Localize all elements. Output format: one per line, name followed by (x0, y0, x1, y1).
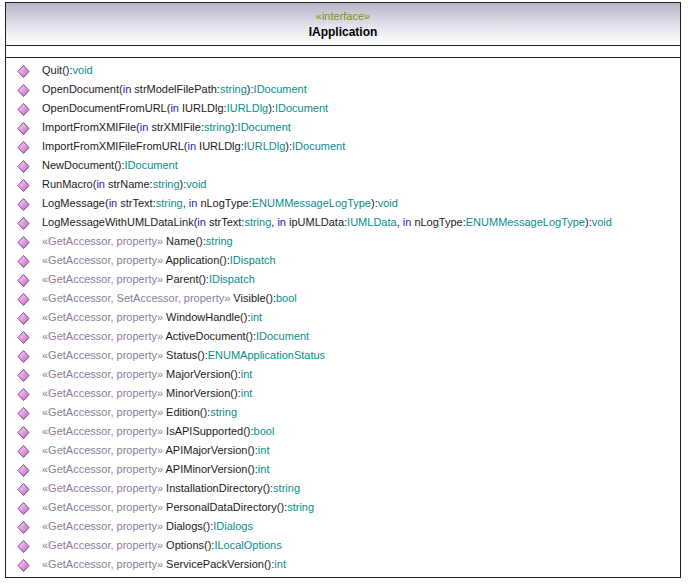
member-row[interactable]: ImportFromXMIFileFromURL(in IURLDlg:IURL… (6, 137, 680, 156)
member-signature: «GetAccessor, property» Parent():IDispat… (42, 270, 255, 289)
operation-diamond-icon (17, 444, 30, 457)
member-signature: «GetAccessor, SetAccessor, property» Vis… (42, 289, 297, 308)
member-signature: «GetAccessor, property» Status():ENUMApp… (42, 346, 325, 365)
member-row[interactable]: RunMacro(in strName:string):void (6, 175, 680, 194)
member-signature: «GetAccessor, property» Edition():string (42, 403, 237, 422)
member-row[interactable]: «GetAccessor, property» PersonalDataDire… (6, 498, 680, 517)
operation-diamond-icon (17, 501, 30, 514)
member-row[interactable]: ImportFromXMIFile(in strXMIFile:string):… (6, 118, 680, 137)
member-row[interactable]: «GetAccessor, property» Options():ILocal… (6, 536, 680, 555)
member-signature: Quit():void (42, 61, 93, 80)
member-signature: «GetAccessor, property» Name():string (42, 232, 233, 251)
member-signature: «GetAccessor, property» WindowHandle():i… (42, 308, 262, 327)
member-signature: «GetAccessor, property» IsAPISupported()… (42, 422, 274, 441)
operation-diamond-icon (17, 102, 30, 115)
member-signature: ImportFromXMIFileFromURL(in IURLDlg:IURL… (42, 137, 345, 156)
operation-diamond-icon (17, 387, 30, 400)
member-signature: RunMacro(in strName:string):void (42, 175, 206, 194)
operation-diamond-icon (17, 121, 30, 134)
member-row[interactable]: Quit():void (6, 61, 680, 80)
member-signature: LogMessage(in strText:string, in nLogTyp… (42, 194, 398, 213)
member-signature: «GetAccessor, property» APIMajorVersion(… (42, 441, 269, 460)
member-signature: «GetAccessor, property» Dialogs():IDialo… (42, 517, 253, 536)
member-signature: LogMessageWithUMLDataLink(in strText:str… (42, 213, 612, 232)
operation-diamond-icon (17, 520, 30, 533)
member-row[interactable]: «GetAccessor, property» APIMinorVersion(… (6, 460, 680, 479)
member-row[interactable]: OpenDocument(in strModelFilePath:string)… (6, 80, 680, 99)
member-signature: OpenDocument(in strModelFilePath:string)… (42, 80, 307, 99)
operation-diamond-icon (17, 216, 30, 229)
member-row[interactable]: «GetAccessor, property» WindowHandle():i… (6, 308, 680, 327)
operation-diamond-icon (17, 197, 30, 210)
operation-diamond-icon (17, 368, 30, 381)
interface-name-label: IApplication (309, 26, 378, 39)
member-row[interactable]: «GetAccessor, property» IsAPISupported()… (6, 422, 680, 441)
member-row[interactable]: LogMessage(in strText:string, in nLogTyp… (6, 194, 680, 213)
operation-diamond-icon (17, 558, 30, 571)
member-row[interactable]: «GetAccessor, property» InstallationDire… (6, 479, 680, 498)
member-signature: NewDocument():IDocument (42, 156, 178, 175)
operation-diamond-icon (17, 482, 30, 495)
title-compartment[interactable]: «interface» IApplication (6, 3, 680, 46)
operation-diamond-icon (17, 235, 30, 248)
operation-diamond-icon (17, 463, 30, 476)
member-signature: «GetAccessor, property» MinorVersion():i… (42, 384, 252, 403)
uml-interface-box-iapplication[interactable]: «interface» IApplication Quit():voidOpen… (5, 2, 681, 578)
operation-diamond-icon (17, 178, 30, 191)
member-row[interactable]: «GetAccessor, property» ActiveDocument()… (6, 327, 680, 346)
operation-diamond-icon (17, 83, 30, 96)
member-row[interactable]: «GetAccessor, property» Edition():string (6, 403, 680, 422)
member-row[interactable]: «GetAccessor, property» Application():ID… (6, 251, 680, 270)
operation-diamond-icon (17, 406, 30, 419)
operation-diamond-icon (17, 64, 30, 77)
member-row[interactable]: NewDocument():IDocument (6, 156, 680, 175)
member-row[interactable]: «GetAccessor, property» APIMajorVersion(… (6, 441, 680, 460)
member-row[interactable]: OpenDocumentFromURL(in IURLDlg:IURLDlg):… (6, 99, 680, 118)
operation-diamond-icon (17, 159, 30, 172)
member-signature: «GetAccessor, property» InstallationDire… (42, 479, 300, 498)
diagram-canvas: «interface» IApplication Quit():voidOpen… (0, 0, 688, 585)
member-signature: «GetAccessor, property» Options():ILocal… (42, 536, 282, 555)
operation-diamond-icon (17, 349, 30, 362)
member-signature: «GetAccessor, property» MajorVersion():i… (42, 365, 252, 384)
operation-diamond-icon (17, 425, 30, 438)
member-signature: «GetAccessor, property» PersonalDataDire… (42, 498, 314, 517)
operation-diamond-icon (17, 254, 30, 267)
member-signature: «GetAccessor, property» APIMinorVersion(… (42, 460, 269, 479)
attributes-compartment[interactable] (6, 46, 680, 58)
member-row[interactable]: «GetAccessor, property» MajorVersion():i… (6, 365, 680, 384)
member-row[interactable]: «GetAccessor, property» Name():string (6, 232, 680, 251)
member-row[interactable]: «GetAccessor, property» ServicePackVersi… (6, 555, 680, 574)
operation-diamond-icon (17, 311, 30, 324)
operation-diamond-icon (17, 539, 30, 552)
member-signature: «GetAccessor, property» Application():ID… (42, 251, 276, 270)
operations-compartment: Quit():voidOpenDocument(in strModelFileP… (6, 58, 680, 577)
member-signature: ImportFromXMIFile(in strXMIFile:string):… (42, 118, 291, 137)
member-row[interactable]: «GetAccessor, property» MinorVersion():i… (6, 384, 680, 403)
member-row[interactable]: «GetAccessor, SetAccessor, property» Vis… (6, 289, 680, 308)
member-row[interactable]: LogMessageWithUMLDataLink(in strText:str… (6, 213, 680, 232)
operation-diamond-icon (17, 140, 30, 153)
operation-diamond-icon (17, 273, 30, 286)
member-signature: «GetAccessor, property» ActiveDocument()… (42, 327, 309, 346)
operation-diamond-icon (17, 292, 30, 305)
member-row[interactable]: «GetAccessor, property» Status():ENUMApp… (6, 346, 680, 365)
member-row[interactable]: «GetAccessor, property» Dialogs():IDialo… (6, 517, 680, 536)
member-signature: «GetAccessor, property» ServicePackVersi… (42, 555, 286, 574)
member-signature: OpenDocumentFromURL(in IURLDlg:IURLDlg):… (42, 99, 328, 118)
member-row[interactable]: «GetAccessor, property» Parent():IDispat… (6, 270, 680, 289)
operation-diamond-icon (17, 330, 30, 343)
interface-stereotype-label: «interface» (316, 10, 370, 22)
